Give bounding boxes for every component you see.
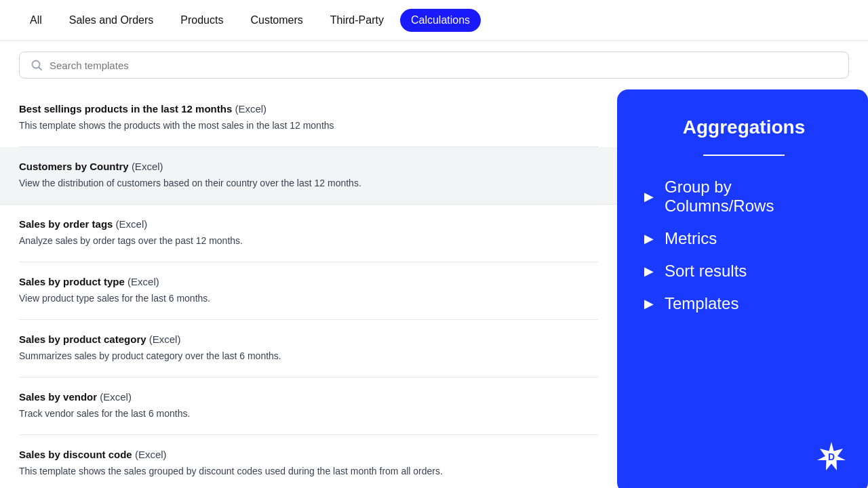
right-panel: Aggregations ▶Group by Columns/Rows▶Metr… (617, 89, 868, 488)
svg-point-0 (33, 61, 40, 68)
nav-tab-products[interactable]: Products (170, 9, 234, 32)
template-item[interactable]: Sales by product type (Excel)View produc… (19, 262, 598, 320)
template-item[interactable]: Sales by order tags (Excel)Analyze sales… (19, 205, 598, 262)
svg-text:D: D (828, 451, 835, 462)
nav-tab-sales-and-orders[interactable]: Sales and Orders (58, 9, 165, 32)
template-title: Sales by order tags (Excel) (19, 218, 598, 230)
template-title: Sales by product category (Excel) (19, 333, 598, 345)
panel-divider (703, 155, 785, 156)
template-title: Best sellings products in the last 12 mo… (19, 103, 598, 115)
play-icon: ▶ (644, 189, 654, 204)
search-icon (31, 59, 43, 71)
panel-menu-label: Metrics (665, 229, 717, 248)
template-description: Analyze sales by order tags over the pas… (19, 234, 598, 248)
panel-menu-item[interactable]: ▶Templates (644, 294, 844, 313)
nav-tabs: AllSales and OrdersProductsCustomersThir… (0, 0, 868, 41)
template-list: Best sellings products in the last 12 mo… (0, 89, 617, 488)
main-layout: Best sellings products in the last 12 mo… (0, 89, 868, 488)
template-description: This template shows the products with th… (19, 119, 598, 133)
panel-menu-label: Templates (665, 294, 738, 313)
template-item[interactable]: Sales by product category (Excel)Summari… (19, 320, 598, 378)
panel-menu-label: Sort results (665, 262, 747, 281)
template-description: Track vendor sales for the last 6 months… (19, 407, 598, 421)
search-container (0, 41, 868, 89)
template-description: View product type sales for the last 6 m… (19, 291, 598, 306)
panel-title: Aggregations (644, 117, 844, 138)
nav-tab-all[interactable]: All (19, 9, 53, 32)
badge-icon: D (814, 439, 849, 474)
search-bar (19, 52, 849, 79)
template-description: View the distribution of customers based… (19, 176, 598, 190)
play-icon: ▶ (644, 296, 654, 311)
nav-tab-third-party[interactable]: Third-Party (319, 9, 395, 32)
panel-menu: ▶Group by Columns/Rows▶Metrics▶Sort resu… (644, 178, 844, 313)
template-title: Customers by Country (Excel) (19, 161, 598, 172)
template-title: Sales by discount code (Excel) (19, 449, 598, 460)
search-input[interactable] (50, 60, 837, 71)
panel-menu-label: Group by Columns/Rows (665, 178, 844, 216)
template-description: This template shows the sales grouped by… (19, 464, 598, 479)
template-title: Sales by vendor (Excel) (19, 391, 598, 403)
template-item[interactable]: Sales by discount code (Excel)This templ… (19, 435, 598, 488)
panel-menu-item[interactable]: ▶Sort results (644, 262, 844, 281)
template-title: Sales by product type (Excel) (19, 276, 598, 287)
template-item[interactable]: Customers by Country (Excel)View the dis… (0, 147, 617, 205)
play-icon: ▶ (644, 231, 654, 246)
panel-menu-item[interactable]: ▶Group by Columns/Rows (644, 178, 844, 216)
template-description: Summarizes sales by product category ove… (19, 349, 598, 363)
svg-line-1 (39, 68, 42, 70)
template-item[interactable]: Sales by vendor (Excel)Track vendor sale… (19, 378, 598, 435)
play-icon: ▶ (644, 264, 654, 279)
panel-menu-item[interactable]: ▶Metrics (644, 229, 844, 248)
nav-tab-customers[interactable]: Customers (239, 9, 313, 32)
nav-tab-calculations[interactable]: Calculations (400, 9, 481, 32)
template-item[interactable]: Best sellings products in the last 12 mo… (19, 89, 598, 147)
